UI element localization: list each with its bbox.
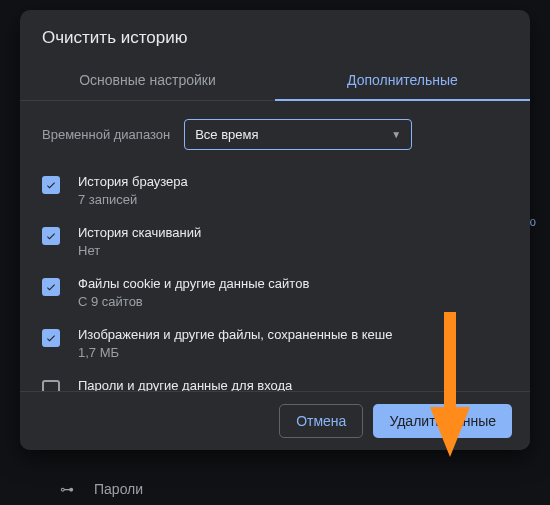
option-text: Файлы cookie и другие данные сайтовС 9 с… <box>78 276 309 309</box>
cancel-button[interactable]: Отмена <box>279 404 363 438</box>
time-range-select[interactable]: Все время ▼ <box>184 119 412 150</box>
option-text: История браузера7 записей <box>78 174 188 207</box>
option-text: Изображения и другие файлы, сохраненные … <box>78 327 392 360</box>
time-range-row: Временной диапазон Все время ▼ <box>20 101 530 166</box>
option-checkbox[interactable] <box>42 329 60 347</box>
clear-data-button[interactable]: Удалить данные <box>373 404 512 438</box>
option-title: Файлы cookie и другие данные сайтов <box>78 276 309 291</box>
option-subtitle: 7 записей <box>78 192 188 207</box>
tabs: Основные настройки Дополнительные <box>20 62 530 101</box>
option-row: История скачиванийНет <box>42 217 508 268</box>
dialog-footer: Отмена Удалить данные <box>20 391 530 450</box>
option-row: История браузера7 записей <box>42 166 508 217</box>
dialog-title: Очистить историю <box>20 10 530 62</box>
options-list: История браузера7 записейИстория скачива… <box>20 166 530 416</box>
option-title: История браузера <box>78 174 188 189</box>
background-row-label: Пароли <box>94 481 143 497</box>
tab-basic[interactable]: Основные настройки <box>20 62 275 100</box>
option-checkbox[interactable] <box>42 227 60 245</box>
option-title: Изображения и другие файлы, сохраненные … <box>78 327 392 342</box>
clear-browsing-data-dialog: Очистить историю Основные настройки Допо… <box>20 10 530 450</box>
tab-advanced[interactable]: Дополнительные <box>275 62 530 100</box>
option-subtitle: 1,7 МБ <box>78 345 392 360</box>
option-text: История скачиванийНет <box>78 225 201 258</box>
option-subtitle: С 9 сайтов <box>78 294 309 309</box>
time-range-value: Все время <box>195 127 258 142</box>
time-range-label: Временной диапазон <box>42 127 170 142</box>
chevron-down-icon: ▼ <box>391 129 401 140</box>
option-checkbox[interactable] <box>42 278 60 296</box>
option-checkbox[interactable] <box>42 176 60 194</box>
background-settings-row: ⊶ Пароли <box>60 481 143 497</box>
option-title: История скачиваний <box>78 225 201 240</box>
option-row: Файлы cookie и другие данные сайтовС 9 с… <box>42 268 508 319</box>
key-icon: ⊶ <box>60 481 74 497</box>
option-row: Изображения и другие файлы, сохраненные … <box>42 319 508 370</box>
option-subtitle: Нет <box>78 243 201 258</box>
